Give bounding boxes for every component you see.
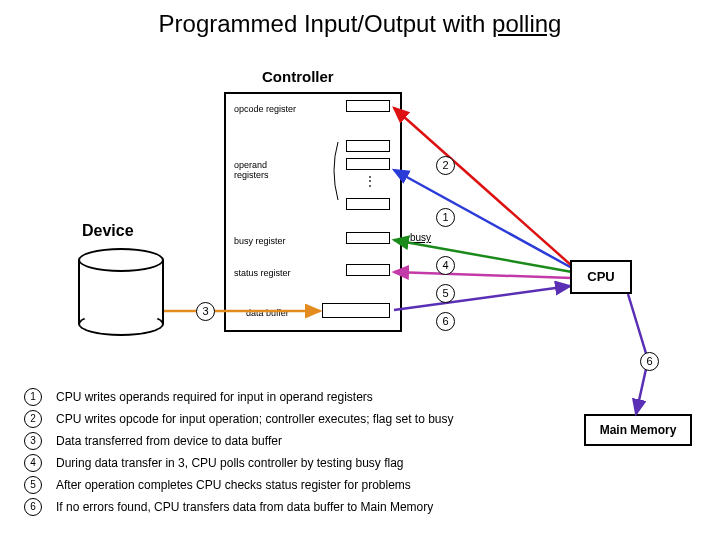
busy-register	[346, 232, 390, 244]
status-register	[346, 264, 390, 276]
device-label: Device	[82, 222, 134, 240]
opcode-label: opcode register	[234, 104, 296, 114]
step-1: 1 CPU writes operands required for input…	[24, 388, 584, 406]
databuf-label: data buffer	[246, 308, 289, 318]
ellipsis-icon: ⋮	[364, 174, 378, 188]
badge-6b: 6	[640, 352, 659, 371]
busy-flag: busy	[410, 232, 431, 243]
steps-list: 1 CPU writes operands required for input…	[24, 388, 584, 520]
step-4: 4 During data transfer in 3, CPU polls c…	[24, 454, 584, 472]
device-cyl-bot	[78, 312, 164, 336]
data-buffer	[322, 303, 390, 318]
badge-4: 4	[436, 256, 455, 275]
badge-5: 5	[436, 284, 455, 303]
operand-reg-n	[346, 198, 390, 210]
step-5: 5 After operation completes CPU checks s…	[24, 476, 584, 494]
step-6: 6 If no errors found, CPU transfers data…	[24, 498, 584, 516]
badge-3: 3	[196, 302, 215, 321]
svg-line-5	[394, 286, 570, 310]
busy-label: busy register	[234, 236, 286, 246]
controller-label: Controller	[262, 68, 334, 85]
svg-line-4	[394, 272, 572, 278]
badge-2: 2	[436, 156, 455, 175]
badge-1: 1	[436, 208, 455, 227]
status-label: status register	[234, 268, 291, 278]
page-title: Programmed Input/Output with polling	[0, 0, 720, 44]
operand-reg-1	[346, 140, 390, 152]
memory-box: Main Memory	[584, 414, 692, 446]
device-cyl-top	[78, 248, 164, 272]
operand-reg-2	[346, 158, 390, 170]
cpu-box: CPU	[570, 260, 632, 294]
badge-6a: 6	[436, 312, 455, 331]
operand-label: operand registers	[234, 160, 269, 180]
opcode-register	[346, 100, 390, 112]
step-2: 2 CPU writes opcode for input operation;…	[24, 410, 584, 428]
svg-line-0	[394, 170, 572, 268]
step-3: 3 Data transferred from device to data b…	[24, 432, 584, 450]
controller-box	[224, 92, 402, 332]
svg-line-3	[394, 240, 572, 272]
